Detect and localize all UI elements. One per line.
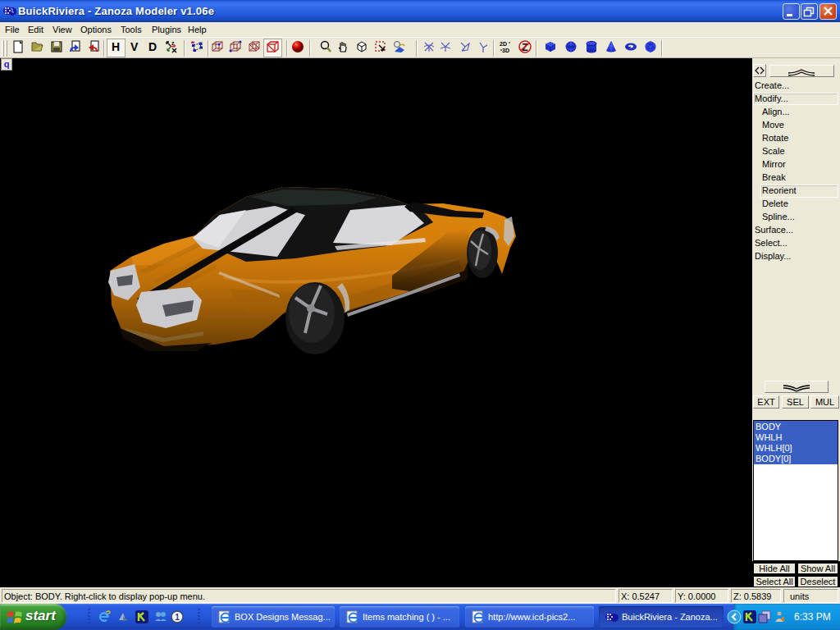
svg-text:1: 1 (175, 613, 180, 622)
svg-text:3D: 3D (502, 48, 509, 53)
svg-text:2D: 2D (500, 41, 507, 47)
